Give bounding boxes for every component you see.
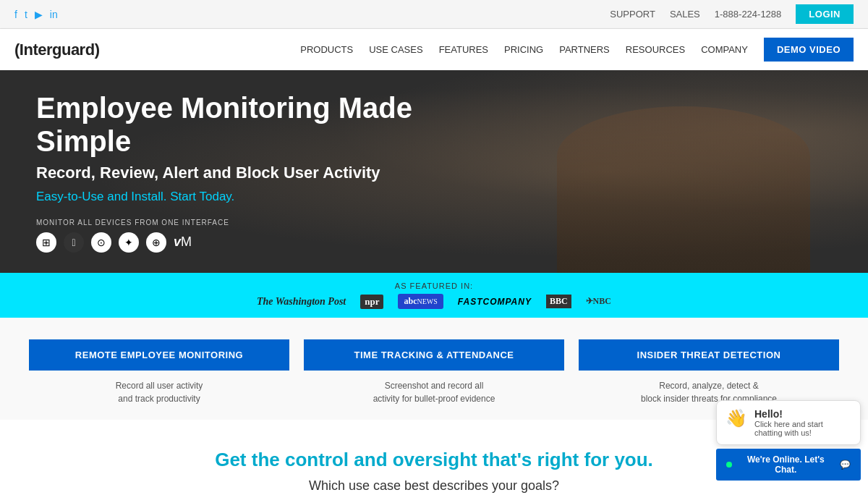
phone-number: 1-888-224-1288 (715, 9, 782, 20)
citrix-icon: ⊕ (146, 232, 166, 253)
time-tracking-desc: Screenshot and record all activity for b… (304, 379, 564, 405)
play-icon[interactable]: ▶ (35, 9, 43, 20)
nav-company[interactable]: COMPANY (701, 44, 748, 55)
login-button[interactable]: LOGIN (796, 4, 854, 24)
chat-online-label: We're Online. Let's Chat. (738, 454, 834, 475)
abc-logo: abcNEWS (398, 294, 443, 309)
remote-monitoring-button[interactable]: REMOTE EMPLOYEE MONITORING (29, 339, 289, 371)
bbc-logo: BBC (546, 295, 571, 308)
hero-subtitle: Record, Review, Alert and Block User Act… (36, 164, 470, 182)
feature-card-time: TIME TRACKING & ATTENDANCE Screenshot an… (304, 339, 564, 405)
nav-links: PRODUCTS USE CASES FEATURES PRICING PART… (300, 38, 854, 62)
facebook-icon[interactable]: f (14, 9, 17, 20)
featured-bar: AS FEATURED IN: The Washington Post npr … (0, 273, 868, 318)
sales-link[interactable]: SALES (670, 9, 700, 20)
chat-online-dot (726, 462, 732, 468)
nav-features[interactable]: FEATURES (439, 44, 488, 55)
chat-widget: 👋 Hello! Click here and start chatting w… (716, 400, 861, 481)
nav-use-cases[interactable]: USE CASES (369, 44, 422, 55)
featured-label: AS FEATURED IN: (14, 282, 854, 290)
chat-hello-text: Hello! (754, 408, 851, 420)
monitor-label: MONITOR ALL DEVICES FROM ONE INTERFACE (36, 219, 470, 227)
chat-message: Click here and start chatting with us! (754, 420, 851, 437)
hero-cta: Easy-to-Use and Install. Start Today. (36, 190, 470, 204)
hero-section: Employee Monitoring Made Simple Record, … (0, 70, 868, 273)
top-right-links: SUPPORT SALES 1-888-224-1288 LOGIN (610, 4, 854, 24)
logo-bracket-close: ) (95, 41, 100, 59)
feature-card-insider: INSIDER THREAT DETECTION Record, analyze… (579, 339, 839, 405)
support-link[interactable]: SUPPORT (610, 9, 655, 20)
chat-text: Hello! Click here and start chatting wit… (754, 408, 851, 437)
nav-resources[interactable]: RESOURCES (626, 44, 685, 55)
featured-logos: The Washington Post npr abcNEWS FASTCOMP… (14, 294, 854, 309)
lower-subtitle: Which use case best describes your goals… (14, 478, 854, 494)
feature-card-remote: REMOTE EMPLOYEE MONITORING Record all us… (29, 339, 289, 405)
demo-video-button[interactable]: DEMO VIDEO (764, 38, 854, 62)
nbc-logo: ✈NBC (586, 296, 611, 307)
fastcompany-logo: FASTCOMPANY (458, 297, 532, 307)
chat-bubble-icon: 💬 (840, 460, 851, 470)
linkedin-icon[interactable]: in (50, 9, 58, 20)
chromeos-icon: ✦ (119, 232, 139, 253)
time-tracking-button[interactable]: TIME TRACKING & ATTENDANCE (304, 339, 564, 371)
social-icons: f t ▶ in (14, 9, 58, 20)
nav-products[interactable]: PRODUCTS (300, 44, 353, 55)
npr-logo: npr (360, 295, 383, 309)
logo-text: Interguard (20, 41, 95, 59)
chat-bubble[interactable]: 👋 Hello! Click here and start chatting w… (716, 400, 861, 445)
windows-icon: ⊞ (36, 232, 56, 253)
main-nav: (Interguard) PRODUCTS USE CASES FEATURES… (0, 29, 868, 70)
insider-threat-button[interactable]: INSIDER THREAT DETECTION (579, 339, 839, 371)
twitter-icon[interactable]: t (25, 9, 27, 20)
top-bar: f t ▶ in SUPPORT SALES 1-888-224-1288 LO… (0, 0, 868, 29)
hero-content: Employee Monitoring Made Simple Record, … (0, 70, 506, 273)
logo-bracket-open: ( (14, 41, 20, 59)
nav-pricing[interactable]: PRICING (504, 44, 543, 55)
apple-icon:  (64, 232, 84, 253)
nav-partners[interactable]: PARTNERS (559, 44, 610, 55)
logo[interactable]: (Interguard) (14, 41, 99, 59)
vmware-logo: vM (174, 234, 192, 250)
device-icons: ⊞  ⊙ ✦ ⊕ vM (36, 232, 470, 253)
wapo-logo: The Washington Post (257, 296, 346, 308)
android-icon: ⊙ (91, 232, 111, 253)
chat-online-button[interactable]: We're Online. Let's Chat. 💬 (716, 449, 861, 481)
chat-hand-icon: 👋 (726, 408, 747, 428)
hero-title: Employee Monitoring Made Simple (36, 91, 470, 158)
remote-monitoring-desc: Record all user activity and track produ… (29, 379, 289, 405)
